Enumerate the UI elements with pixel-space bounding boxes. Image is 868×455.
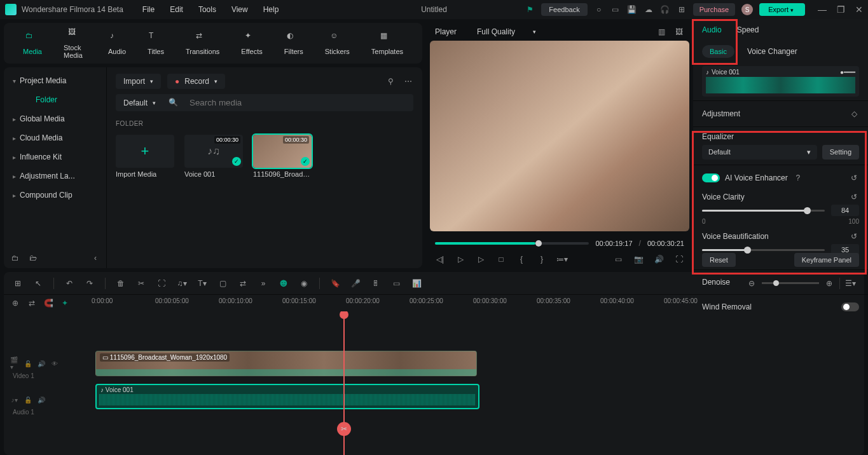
tab-transitions[interactable]: ⇄Transitions [186, 31, 219, 55]
sidebar-folder[interactable]: Folder [4, 90, 106, 109]
help-icon[interactable]: ? [793, 173, 803, 183]
timeline-ruler[interactable]: 0:00:00 00:00:05:00 00:00:10:00 00:00:15… [92, 295, 864, 311]
insp-tab-speed[interactable]: Speed [737, 25, 759, 34]
menu-help[interactable]: Help [263, 5, 279, 14]
tab-effects[interactable]: ✦Effects [241, 31, 262, 55]
scissors-icon[interactable]: ✂ [337, 422, 351, 436]
sort-dropdown[interactable]: Default▾ [116, 94, 163, 111]
menu-file[interactable]: File [142, 5, 155, 14]
cloud-icon[interactable]: ☁ [644, 4, 654, 15]
export-button[interactable]: Export ▾ [759, 3, 805, 16]
tab-templates[interactable]: ▦Templates [371, 31, 403, 55]
mute-icon-a[interactable]: 🔊 [37, 396, 45, 404]
lock-icon[interactable]: 🔓 [24, 360, 32, 368]
sidebar-compound-clip[interactable]: ▸Compound Clip [4, 186, 106, 205]
zoom-slider[interactable] [762, 282, 819, 284]
marker-list-icon[interactable]: ≔▾ [557, 254, 567, 264]
color-icon[interactable]: ◉ [299, 278, 309, 289]
play-icon[interactable]: ▷ [476, 254, 486, 264]
insp-sub-basic[interactable]: Basic [702, 45, 734, 58]
snapshot-icon[interactable]: 📷 [633, 254, 644, 264]
import-dropdown[interactable]: Import▾ [116, 74, 161, 89]
search-input[interactable] [183, 94, 413, 111]
thumb-import[interactable]: + Import Media [116, 135, 174, 178]
tab-stock[interactable]: 🖼Stock Media [64, 27, 86, 59]
close-icon[interactable]: ✕ [855, 4, 863, 15]
crop-icon[interactable]: ⛶ [156, 278, 167, 289]
mark-in-icon[interactable]: { [516, 254, 527, 264]
equalizer-setting-button[interactable]: Setting [822, 145, 859, 160]
view-icon[interactable]: ☰▾ [845, 278, 855, 289]
redo-icon[interactable]: ↷ [85, 278, 95, 289]
tl-add-track-icon[interactable]: ⊕ [10, 298, 20, 308]
delete-icon[interactable]: 🗑 [116, 278, 126, 289]
video-clip[interactable]: ▭ 1115096_Broadcast_Woman_1920x1080 [95, 351, 477, 376]
folder-plus-icon[interactable]: 🗁 [28, 253, 38, 263]
ai-voice-toggle[interactable] [702, 173, 720, 182]
cut-icon[interactable]: ✂ [136, 278, 146, 289]
eye-icon[interactable]: 👁 [50, 360, 59, 368]
play-back-icon[interactable]: ▷ [455, 254, 465, 264]
menu-tools[interactable]: Tools [198, 5, 216, 14]
text-icon[interactable]: T▾ [197, 278, 207, 289]
tab-media[interactable]: 🗀Media [23, 31, 42, 55]
thumb-broadcast[interactable]: 00:00:30✓ 1115096_Broadc... [253, 135, 312, 178]
prev-frame-icon[interactable]: ◁| [435, 254, 445, 264]
circle-icon[interactable]: ○ [594, 4, 604, 15]
zoom-out-icon[interactable]: ⊖ [747, 278, 757, 289]
tl-grid-icon[interactable]: ⊞ [13, 278, 23, 289]
feedback-button[interactable]: Feedback [541, 3, 587, 16]
clarity-value[interactable]: 84 [831, 205, 859, 216]
seek-bar[interactable] [435, 242, 589, 245]
tl-auto-icon[interactable]: ✦ [60, 298, 70, 308]
expand-icon[interactable]: » [258, 278, 268, 289]
menu-view[interactable]: View [231, 5, 248, 14]
mixer-icon[interactable]: 🎚 [371, 278, 381, 289]
preview-window[interactable] [430, 41, 689, 231]
ai-icon[interactable]: ☻ [279, 278, 289, 289]
maximize-icon[interactable]: ❐ [837, 4, 845, 15]
render-icon[interactable]: ▭ [391, 278, 401, 289]
keyframe-panel-button[interactable]: Keyframe Panel [794, 253, 859, 267]
volume-icon[interactable]: 🔊 [654, 254, 664, 264]
beauty-slider[interactable] [702, 249, 825, 251]
mic-icon[interactable]: 🎤 [350, 278, 361, 289]
zoom-in-icon[interactable]: ⊕ [824, 278, 834, 289]
snapshot-view-icon[interactable]: 🖼 [674, 27, 684, 37]
clip-waveform[interactable]: ♪Voice 001●━━━ [702, 66, 859, 97]
playhead[interactable]: ✂ [343, 311, 345, 455]
reset-button[interactable]: Reset [702, 253, 736, 267]
tab-filters[interactable]: ◐Filters [284, 31, 303, 55]
collapse-icon[interactable]: ‹ [90, 253, 100, 263]
display-icon[interactable]: ▭ [613, 254, 623, 264]
tl-magnet-icon[interactable]: 🧲 [43, 298, 53, 308]
reset-icon[interactable]: ↺ [849, 173, 859, 183]
sidebar-cloud-media[interactable]: ▸Cloud Media [4, 128, 106, 147]
clarity-slider[interactable] [702, 210, 825, 212]
sidebar-influence-kit[interactable]: ▸Influence Kit [4, 147, 106, 166]
tl-arrow-icon[interactable]: ↖ [33, 278, 43, 289]
audio-clip[interactable]: ♪ Voice 001 [95, 384, 479, 409]
mute-icon[interactable]: 🔊 [37, 360, 45, 368]
crop2-icon[interactable]: ▢ [217, 278, 228, 289]
reset-clarity-icon[interactable]: ↺ [849, 192, 859, 202]
filter-icon[interactable]: ⚲ [385, 76, 396, 86]
tab-titles[interactable]: TTitles [148, 31, 164, 55]
keyframe-icon[interactable]: ◇ [849, 109, 859, 119]
save-icon[interactable]: 💾 [627, 4, 637, 15]
tab-audio[interactable]: ♪Audio [108, 31, 126, 55]
purchase-button[interactable]: Purchase [693, 3, 735, 16]
equalizer-select[interactable]: Default▾ [702, 145, 817, 160]
sidebar-adjustment-layer[interactable]: ▸Adjustment La... [4, 166, 106, 186]
tl-link-icon[interactable]: ⇄ [27, 298, 37, 308]
gift-icon[interactable]: ⚑ [525, 4, 535, 15]
avatar[interactable]: S [741, 4, 753, 15]
adjustment-label[interactable]: Adjustment [702, 109, 740, 118]
quality-dropdown[interactable]: Full Quality▾ [469, 24, 544, 39]
insp-sub-voicechanger[interactable]: Voice Changer [747, 47, 797, 56]
stop-icon[interactable]: □ [496, 254, 506, 264]
fullscreen-icon[interactable]: ⛶ [674, 254, 684, 264]
record-dropdown[interactable]: ●Record▾ [167, 74, 225, 89]
reset-beauty-icon[interactable]: ↺ [849, 231, 859, 241]
tab-stickers[interactable]: ☺Stickers [325, 31, 350, 55]
